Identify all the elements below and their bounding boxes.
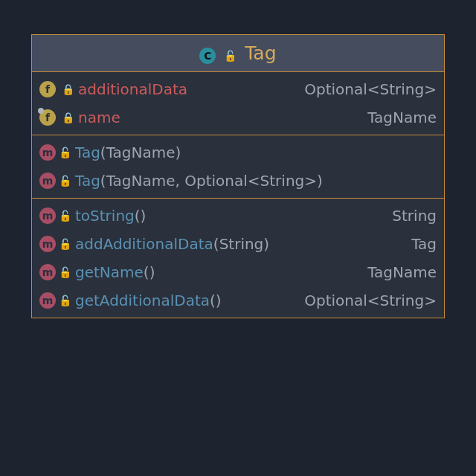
unlock-icon: 🔓 [59, 234, 69, 254]
return-type: TagName [367, 263, 437, 282]
paren-open: ( [100, 143, 106, 162]
paren-open: ( [144, 263, 149, 282]
return-type: String [392, 206, 437, 225]
field-row: f🔒additionalDataOptional<String> [32, 75, 444, 103]
constructor-row: m🔓Tag(TagName) [32, 138, 444, 167]
method-name: Tag [75, 143, 100, 162]
method-params: String [219, 234, 264, 254]
unlock-icon: 🔓 [59, 206, 69, 225]
class-icon: C [199, 48, 216, 64]
method-params: TagName, Optional<String> [106, 171, 317, 190]
paren-close: ) [176, 143, 181, 162]
method-name: Tag [75, 171, 100, 190]
methods-section: m🔓toString()Stringm🔓addAdditionalData(St… [32, 199, 444, 318]
method-name: getName [75, 263, 144, 282]
paren-close: ) [216, 291, 222, 310]
paren-open: ( [135, 206, 141, 225]
fields-section: f🔒additionalDataOptional<String>f🔒nameTa… [32, 72, 444, 135]
constructor-row: m🔓Tag(TagName, Optional<String>) [32, 167, 444, 195]
unlock-icon: 🔓 [59, 263, 69, 282]
paren-open: ( [213, 234, 219, 254]
lock-icon: 🔒 [62, 80, 72, 99]
final-marker-icon [38, 108, 44, 114]
method-icon: m [39, 264, 56, 280]
method-row: m🔓getName()TagName [32, 258, 444, 286]
field-type: TagName [367, 108, 437, 127]
paren-close: ) [149, 263, 155, 282]
field-icon: f [39, 81, 56, 97]
method-name: addAdditionalData [75, 234, 213, 254]
paren-open: ( [100, 171, 106, 190]
field-type: Optional<String> [304, 80, 437, 99]
return-type: Tag [411, 234, 437, 254]
field-icon-wrap: f [39, 81, 59, 97]
field-name: name [78, 108, 120, 127]
unlock-icon: 🔓 [59, 291, 69, 310]
method-icon: m [39, 292, 56, 309]
method-icon: m [39, 236, 56, 252]
method-row: m🔓addAdditionalData(String)Tag [32, 230, 444, 258]
class-name: Tag [245, 42, 276, 64]
method-params: TagName [106, 143, 176, 162]
paren-close: ) [141, 206, 147, 225]
uml-class-diagram: C 🔓 Tag f🔒additionalDataOptional<String>… [31, 34, 445, 318]
paren-open: ( [210, 291, 216, 310]
unlock-icon: 🔓 [59, 143, 69, 162]
class-header: C 🔓 Tag [32, 35, 444, 72]
lock-icon: 🔒 [62, 108, 72, 127]
paren-close: ) [317, 171, 323, 190]
return-type: Optional<String> [304, 291, 437, 310]
method-row: m🔓toString()String [32, 202, 444, 230]
field-name: additionalData [78, 80, 187, 99]
method-icon: m [39, 208, 56, 224]
unlock-icon: 🔓 [224, 50, 234, 62]
method-name: toString [75, 206, 135, 225]
paren-close: ) [263, 234, 269, 254]
method-icon: m [39, 144, 56, 161]
field-icon-wrap: f [39, 109, 59, 126]
constructors-section: m🔓Tag(TagName)m🔓Tag(TagName, Optional<St… [32, 135, 444, 199]
unlock-icon: 🔓 [59, 171, 69, 190]
method-name: getAdditionalData [75, 291, 210, 310]
method-icon: m [39, 173, 56, 189]
method-row: m🔓getAdditionalData()Optional<String> [32, 286, 444, 315]
field-row: f🔒nameTagName [32, 103, 444, 132]
